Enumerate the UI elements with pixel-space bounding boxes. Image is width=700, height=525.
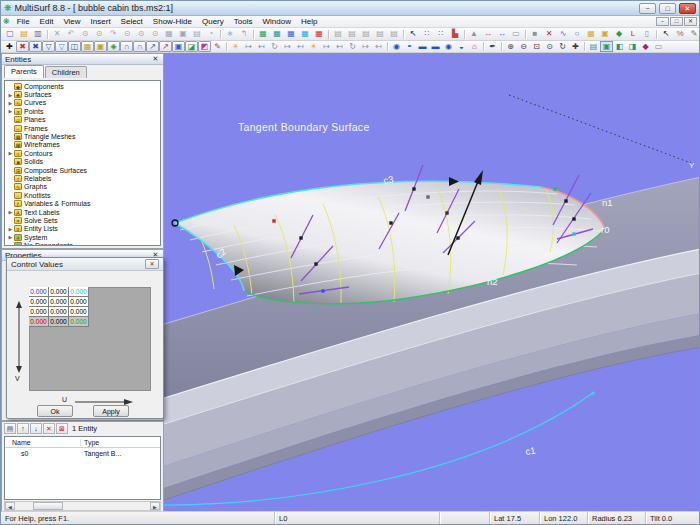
control-point-2[interactable] — [314, 262, 317, 265]
probe-pen-icon[interactable]: ✒ — [486, 41, 499, 52]
measure-dist-icon[interactable]: ↔ — [481, 29, 495, 40]
cv-cell-3-1[interactable]: 0.000 — [49, 317, 69, 327]
control-point-10[interactable] — [564, 199, 567, 202]
control-point-9[interactable] — [553, 187, 556, 190]
tree-item-knotlists[interactable]: ⋮Knotlists — [5, 191, 160, 199]
zoom-window-icon[interactable]: ⊡ — [530, 41, 543, 52]
cv-cell-2-2[interactable]: 0.000 — [69, 307, 89, 317]
expand-icon[interactable]: ▶ — [7, 100, 14, 106]
expand-icon[interactable]: ▶ — [7, 226, 14, 232]
insert-mesh-icon[interactable]: ▦ — [81, 41, 94, 52]
control-values-close-icon[interactable]: ✕ — [145, 259, 159, 269]
minimize-button[interactable]: − — [639, 3, 656, 14]
insert-frame-icon[interactable]: ◫ — [68, 41, 81, 52]
mesh-tool-icon[interactable]: ▦ — [162, 29, 176, 40]
control-point-12[interactable] — [572, 232, 575, 235]
query-curve-icon[interactable]: ∿ — [556, 29, 570, 40]
cv-cell-0-0[interactable]: 0.000 — [29, 287, 49, 297]
insert-conic-icon[interactable]: ∩ — [133, 41, 146, 52]
rotate-ccw-icon[interactable]: ⊙ — [78, 29, 92, 40]
view-home-icon[interactable]: ⌂ — [468, 41, 481, 52]
orbit-c-icon[interactable]: ⊙ — [148, 29, 162, 40]
tree-item-relabels[interactable]: rRelabels — [5, 174, 160, 182]
cv-cell-2-1[interactable]: 0.000 — [49, 307, 69, 317]
view-iso-icon[interactable]: ◒ — [455, 41, 468, 52]
measure-span-icon[interactable]: ↔ — [495, 29, 509, 40]
select-arrow-icon[interactable]: ↖ — [406, 29, 420, 40]
expand-icon[interactable]: ▶ — [7, 234, 14, 240]
percent-tool-icon[interactable]: % — [673, 29, 687, 40]
mode-wireframe-icon[interactable]: ▤ — [587, 41, 600, 52]
query-x-icon[interactable]: ✕ — [542, 29, 556, 40]
show-fwd-2-icon[interactable]: ↦ — [359, 41, 372, 52]
menu-window[interactable]: Window — [257, 16, 295, 28]
show-back-2-icon[interactable]: ↤ — [372, 41, 385, 52]
control-point-8[interactable] — [456, 236, 459, 239]
insert-grid-icon[interactable]: ▣ — [94, 41, 107, 52]
show-next-1-icon[interactable]: ↦ — [242, 41, 255, 52]
selection-row-s0[interactable]: s0Tangent B... — [5, 448, 160, 458]
orbit-a-icon[interactable]: ⊙ — [120, 29, 134, 40]
plane-tool-icon[interactable]: ▤ — [190, 29, 204, 40]
delete-entity-icon[interactable]: ✕ — [50, 29, 64, 40]
entities-panel-titlebar[interactable]: Entities ✕ — [2, 54, 163, 65]
tree-item-planes[interactable]: ▱Planes — [5, 116, 160, 124]
query-square-icon[interactable]: ■ — [528, 29, 542, 40]
cv-cell-1-0[interactable]: 0.000 — [29, 297, 49, 307]
insert-bsurface-icon[interactable]: ▣ — [172, 41, 185, 52]
insert-magnet-icon[interactable]: ▽ — [55, 41, 68, 52]
control-point-0[interactable] — [272, 219, 275, 222]
titlebar[interactable]: ❋ MultiSurf 8.8 - [ bubble cabin tbs.ms2… — [1, 1, 699, 16]
insert-relabel-icon[interactable]: ◩ — [198, 41, 211, 52]
tree-item-solve-sets[interactable]: =Solve Sets — [5, 216, 160, 224]
view-body-icon[interactable]: ◉ — [442, 41, 455, 52]
sel-list-mode-icon[interactable]: ▤ — [4, 423, 16, 434]
mode-shaded-icon[interactable]: ▣ — [600, 41, 613, 52]
show-prev-1-icon[interactable]: ↤ — [255, 41, 268, 52]
expand-icon[interactable]: ▶ — [7, 209, 14, 215]
tree-item-system[interactable]: ▶✳System — [5, 233, 160, 241]
tree-item-no-dependents[interactable]: ▶⊘No Dependents — [5, 241, 160, 246]
show-bulb-2-icon[interactable]: ☀ — [307, 41, 320, 52]
spark-tool-icon[interactable]: ∗ — [223, 29, 237, 40]
close-button[interactable]: ✕ — [679, 3, 696, 14]
save-file-icon[interactable]: ▥ — [31, 29, 45, 40]
sel-move-up-icon[interactable]: ↑ — [17, 423, 29, 434]
scroll-track[interactable] — [15, 502, 150, 510]
window-green-icon[interactable]: ▦ — [256, 29, 270, 40]
mode-note-icon[interactable]: ▭ — [652, 41, 665, 52]
measure-tri-icon[interactable]: ▲ — [467, 29, 481, 40]
select-grid-a-icon[interactable]: ∷ — [420, 29, 434, 40]
maximize-button[interactable]: □ — [659, 3, 676, 14]
column-type[interactable]: Type — [81, 439, 160, 446]
query-circle-icon[interactable]: ○ — [570, 29, 584, 40]
mdi-restore-button[interactable]: □ — [670, 17, 683, 26]
show-back-1-icon[interactable]: ↤ — [294, 41, 307, 52]
cv-cell-1-1[interactable]: 0.000 — [49, 297, 69, 307]
mdi-minimize-button[interactable]: − — [656, 17, 669, 26]
cv-cell-2-0[interactable]: 0.000 — [29, 307, 49, 317]
mode-hidden-icon[interactable]: ◧ — [613, 41, 626, 52]
clock-tool-icon[interactable]: ◔ — [204, 29, 218, 40]
rotate-view-icon[interactable]: ↻ — [556, 41, 569, 52]
document-icon[interactable]: ❋ — [3, 17, 10, 26]
view-plan-icon[interactable]: ▬ — [429, 41, 442, 52]
control-point-4[interactable] — [389, 221, 392, 224]
show-fwd-1-icon[interactable]: ↦ — [281, 41, 294, 52]
open-file-icon[interactable]: ▤ — [17, 29, 31, 40]
menu-view[interactable]: View — [58, 16, 85, 28]
window-red-icon[interactable]: ▦ — [312, 29, 326, 40]
tree-item-graphs[interactable]: ∿Graphs — [5, 183, 160, 191]
scroll-thumb[interactable] — [33, 502, 63, 510]
tab-parents[interactable]: Parents — [4, 65, 44, 78]
selection-hscrollbar[interactable]: ◀ ▶ — [4, 501, 161, 511]
zoom-out-icon[interactable]: ⊖ — [517, 41, 530, 52]
window-blue-icon[interactable]: ▦ — [284, 29, 298, 40]
menu-file[interactable]: File — [12, 16, 35, 28]
tree-item-points[interactable]: ▶✕Points — [5, 107, 160, 115]
tree-item-variables-formulas[interactable]: ƒVariables & Formulas — [5, 199, 160, 207]
scroll-right-icon[interactable]: ▶ — [150, 502, 160, 510]
show-prev-2-icon[interactable]: ↤ — [333, 41, 346, 52]
tab-children[interactable]: Children — [45, 66, 87, 78]
view-profile-icon[interactable]: ▬ — [416, 41, 429, 52]
